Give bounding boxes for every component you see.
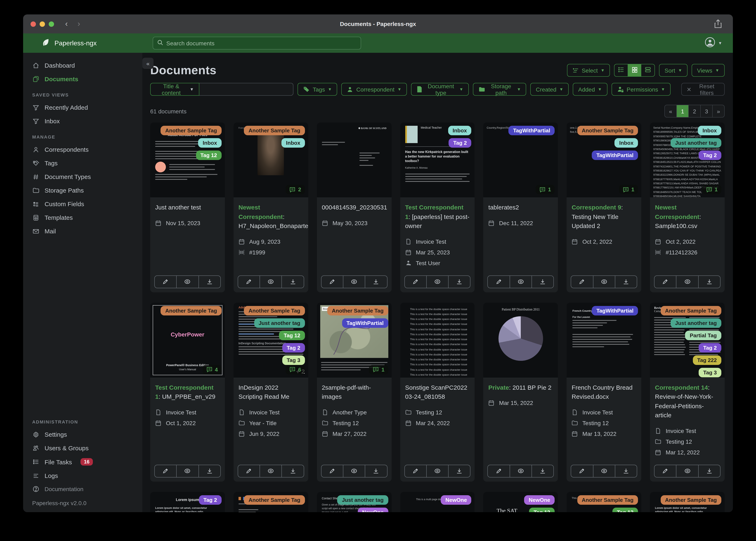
document-correspondent-link[interactable]: Correspondent 14 [655, 384, 708, 391]
sidebar-item-correspondents[interactable]: Correspondents [27, 143, 138, 156]
tag-pill[interactable]: Tag 3 [282, 355, 305, 365]
document-thumbnail[interactable]: Test Name Another Sample Tag [234, 492, 308, 512]
document-title[interactable]: French Country Bread Revised.docx [567, 378, 641, 404]
sidebar-item-mail[interactable]: Mail [27, 224, 138, 238]
edit-document-button[interactable] [405, 275, 426, 287]
document-card[interactable]: Test Name Another Sample Tag [234, 492, 308, 512]
title-content-dropdown-button[interactable]: Title & content▼ [150, 83, 199, 96]
document-card[interactable]: ✽ BANK OF SCOTLAND 0004814539_20230531Ma… [317, 123, 391, 292]
document-title[interactable]: Test Correspondent 1: UM_PPBE_en_v29 [150, 378, 225, 404]
download-document-button[interactable] [448, 275, 470, 287]
view-document-button[interactable] [343, 275, 365, 287]
document-thumbnail[interactable]: ✽ BANK OF SCOTLAND [317, 123, 391, 198]
document-title[interactable]: 0004814539_20230531 [317, 198, 391, 215]
document-title[interactable]: Correspondent 14: Review-of-New-York-Fed… [650, 378, 725, 422]
tag-pill[interactable]: Another Sample Tag [161, 306, 222, 315]
global-search[interactable] [153, 37, 361, 50]
download-document-button[interactable] [532, 465, 554, 477]
document-card[interactable]: This is a test for the double space char… [400, 302, 475, 481]
document-card[interactable]: Boundary Waters Trip Another Sample TagT… [317, 302, 391, 481]
download-document-button[interactable] [198, 465, 220, 477]
document-thumbnail[interactable]: Adobe InDesign 2022 InDesign Scripting D… [234, 302, 308, 378]
view-document-button[interactable] [509, 275, 532, 287]
view-document-button[interactable] [676, 465, 698, 477]
document-thumbnail[interactable]: one,1.0five,5.0Another Sample TagInboxTa… [567, 123, 641, 198]
edit-document-button[interactable] [155, 465, 176, 477]
app-brand[interactable]: Paperless-ngx [23, 38, 142, 48]
tag-pill[interactable]: Tag 2 [199, 495, 222, 504]
tag-pill[interactable]: Just another tag [671, 318, 721, 327]
view-document-button[interactable] [343, 465, 365, 477]
view-mode-details-button[interactable] [641, 64, 655, 77]
tag-pill[interactable]: Just another tag [337, 495, 388, 504]
view-document-button[interactable] [593, 275, 615, 287]
document-thumbnail[interactable]: Serial Number,Company Name,Employe978818… [650, 123, 725, 198]
edit-document-button[interactable] [488, 275, 510, 287]
document-thumbnail[interactable]: The SAT Practice Test #1 Make time to ta… [483, 492, 558, 512]
pagination-page-3[interactable]: 3 [700, 105, 713, 118]
document-card[interactable]: Patient BP Distribution 2011 Private: 20… [483, 302, 558, 481]
download-document-button[interactable] [615, 465, 637, 477]
document-title[interactable]: InDesign 2022 Scripting Read Me [234, 378, 308, 404]
document-title[interactable]: Correspondent 9: Testing New Title Updat… [567, 198, 641, 233]
close-window-button[interactable] [31, 21, 36, 27]
document-card[interactable]: Contact Sheet Demo Given a set of image … [317, 492, 391, 512]
document-thumbnail[interactable]: CyberPower PowerPanel® Business Edition … [150, 302, 225, 378]
view-document-button[interactable] [509, 465, 532, 477]
document-card[interactable]: Country,Region/State,“…TagWithPartial1ta… [483, 123, 558, 292]
tag-pill[interactable]: Another Sample Tag [244, 126, 305, 135]
document-thumbnail[interactable]: Patient BP Distribution 2011 [483, 302, 558, 378]
back-icon[interactable]: ‹ [63, 19, 70, 28]
sidebar-item-dashboard[interactable]: Dashboard [27, 59, 138, 72]
tag-pill[interactable]: TagWithPartial [509, 126, 555, 135]
tag-pill[interactable]: Another Sample Tag [577, 126, 638, 135]
download-document-button[interactable] [365, 465, 387, 477]
document-title[interactable]: Just another test [150, 198, 225, 215]
tag-pill[interactable]: Another Sample Tag [161, 126, 222, 135]
document-title[interactable]: Newest Correspondent: H7_Napoleon_Bonapa… [234, 198, 308, 233]
edit-document-button[interactable] [654, 465, 676, 477]
sidebar-item-tags[interactable]: Tags [27, 156, 138, 170]
document-thumbnail[interactable]: Francja pod r. Another Sample TagInbox2 [234, 123, 308, 198]
document-title[interactable]: Private: 2011 BP Pie 2 [483, 378, 558, 395]
reset-filters-button[interactable]: ✕Reset filters [681, 83, 725, 96]
tag-pill[interactable]: Another Sample Tag [244, 495, 305, 504]
view-mode-grid-button[interactable] [628, 64, 641, 77]
download-document-button[interactable] [698, 275, 720, 287]
sidebar-item-documentation[interactable]: Documentation [27, 482, 138, 496]
pagination-page-2[interactable]: 2 [688, 105, 701, 118]
notes-count-badge[interactable]: 2 [286, 185, 305, 194]
zoom-window-button[interactable] [49, 21, 54, 27]
download-document-button[interactable] [365, 275, 387, 287]
download-document-button[interactable] [532, 275, 554, 287]
document-thumbnail[interactable]: This is a testAnother Sample TagTag 12 [567, 492, 641, 512]
tag-pill[interactable]: TagWithPartial [592, 151, 638, 160]
tag-pill[interactable]: Inbox [281, 138, 305, 148]
notes-count-badge[interactable]: 6 [286, 365, 305, 374]
document-card[interactable]: Adobe Acrobat PDF Files Another Sample T… [150, 123, 225, 292]
document-correspondent-link[interactable]: Correspondent 9 [572, 204, 621, 211]
sidebar-item-settings[interactable]: Settings [27, 428, 138, 441]
sidebar-item-recently-added[interactable]: Recently Added [27, 101, 138, 114]
tag-pill[interactable]: Just another tag [254, 318, 305, 327]
sort-button[interactable]: Sort▼ [659, 64, 687, 77]
user-menu[interactable]: ▼ [704, 37, 722, 50]
filter-added-button[interactable]: Added▼ [573, 83, 607, 96]
pagination-next-button[interactable]: » [712, 105, 725, 118]
document-card[interactable]: This is a testAnother Sample TagTag 12 [567, 492, 641, 512]
tag-pill[interactable]: Tag 3 [699, 368, 721, 377]
notes-count-badge[interactable]: 1 [369, 365, 388, 374]
document-thumbnail[interactable]: Medical Teacher Has the new Kirkpatrick … [400, 123, 475, 198]
view-document-button[interactable] [593, 465, 615, 477]
tag-pill[interactable]: TagWithPartial [592, 306, 638, 315]
forward-icon[interactable]: › [76, 19, 82, 28]
tag-pill[interactable]: Tag 12 [612, 507, 638, 512]
search-input[interactable] [166, 40, 357, 46]
view-document-button[interactable] [260, 465, 282, 477]
edit-document-button[interactable] [571, 465, 593, 477]
download-document-button[interactable] [282, 465, 304, 477]
edit-document-button[interactable] [654, 275, 676, 287]
document-title[interactable]: tablerates2 [483, 198, 558, 215]
document-thumbnail[interactable]: French Country Bread For the Leaven TagW… [567, 302, 641, 378]
document-card[interactable]: This is a multi page document. Page 1.Ne… [400, 492, 475, 512]
